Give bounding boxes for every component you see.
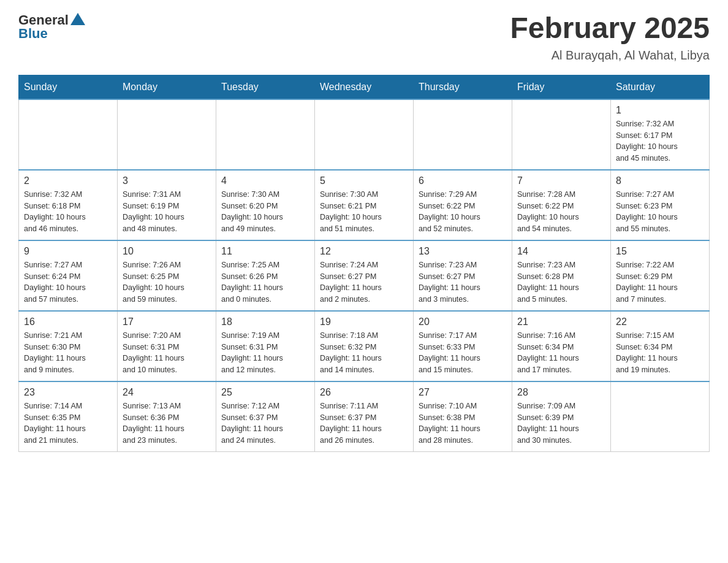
day-number: 20: [419, 316, 507, 327]
week-row-4: 16Sunrise: 7:21 AM Sunset: 6:30 PM Dayli…: [19, 311, 710, 381]
calendar-cell: [118, 99, 216, 170]
day-info: Sunrise: 7:27 AM Sunset: 6:23 PM Dayligh…: [616, 189, 704, 235]
calendar-cell: 20Sunrise: 7:17 AM Sunset: 6:33 PM Dayli…: [414, 311, 512, 381]
calendar-cell: 5Sunrise: 7:30 AM Sunset: 6:21 PM Daylig…: [315, 170, 414, 240]
calendar-title: February 2025: [510, 12, 710, 45]
calendar-cell: 18Sunrise: 7:19 AM Sunset: 6:31 PM Dayli…: [216, 311, 315, 381]
calendar-cell: 3Sunrise: 7:31 AM Sunset: 6:19 PM Daylig…: [118, 170, 216, 240]
day-info: Sunrise: 7:09 AM Sunset: 6:39 PM Dayligh…: [517, 400, 605, 446]
day-info: Sunrise: 7:12 AM Sunset: 6:37 PM Dayligh…: [221, 400, 309, 446]
day-info: Sunrise: 7:31 AM Sunset: 6:19 PM Dayligh…: [123, 189, 211, 235]
day-number: 27: [419, 387, 507, 398]
logo: General Blue: [18, 12, 85, 42]
calendar-cell: [19, 99, 118, 170]
day-info: Sunrise: 7:10 AM Sunset: 6:38 PM Dayligh…: [419, 400, 507, 446]
day-info: Sunrise: 7:26 AM Sunset: 6:25 PM Dayligh…: [123, 259, 211, 305]
day-number: 7: [517, 175, 605, 186]
calendar-cell: 21Sunrise: 7:16 AM Sunset: 6:34 PM Dayli…: [512, 311, 611, 381]
day-info: Sunrise: 7:22 AM Sunset: 6:29 PM Dayligh…: [616, 259, 704, 305]
day-number: 16: [24, 316, 112, 327]
day-info: Sunrise: 7:17 AM Sunset: 6:33 PM Dayligh…: [419, 330, 507, 376]
day-number: 17: [123, 316, 211, 327]
day-number: 4: [221, 175, 309, 186]
day-header-thursday: Thursday: [414, 75, 512, 99]
day-info: Sunrise: 7:20 AM Sunset: 6:31 PM Dayligh…: [123, 330, 211, 376]
day-header-saturday: Saturday: [611, 75, 710, 99]
day-number: 5: [320, 175, 408, 186]
week-row-3: 9Sunrise: 7:27 AM Sunset: 6:24 PM Daylig…: [19, 240, 710, 311]
day-number: 24: [123, 387, 211, 398]
day-number: 22: [616, 316, 704, 327]
day-info: Sunrise: 7:23 AM Sunset: 6:28 PM Dayligh…: [517, 259, 605, 305]
calendar-cell: 10Sunrise: 7:26 AM Sunset: 6:25 PM Dayli…: [118, 240, 216, 311]
title-section: February 2025 Al Burayqah, Al Wahat, Lib…: [510, 12, 710, 63]
day-number: 19: [320, 316, 408, 327]
day-number: 13: [419, 246, 507, 257]
day-info: Sunrise: 7:32 AM Sunset: 6:17 PM Dayligh…: [616, 118, 704, 164]
day-number: 21: [517, 316, 605, 327]
logo-triangle-icon: [70, 13, 85, 25]
calendar-subtitle: Al Burayqah, Al Wahat, Libya: [510, 48, 710, 63]
day-number: 23: [24, 387, 112, 398]
calendar-cell: 1Sunrise: 7:32 AM Sunset: 6:17 PM Daylig…: [611, 99, 710, 170]
calendar-cell: 28Sunrise: 7:09 AM Sunset: 6:39 PM Dayli…: [512, 381, 611, 452]
calendar-cell: 9Sunrise: 7:27 AM Sunset: 6:24 PM Daylig…: [19, 240, 118, 311]
logo-text-blue: Blue: [18, 26, 48, 42]
week-row-5: 23Sunrise: 7:14 AM Sunset: 6:35 PM Dayli…: [19, 381, 710, 452]
day-header-friday: Friday: [512, 75, 611, 99]
day-info: Sunrise: 7:29 AM Sunset: 6:22 PM Dayligh…: [419, 189, 507, 235]
calendar-cell: 24Sunrise: 7:13 AM Sunset: 6:36 PM Dayli…: [118, 381, 216, 452]
calendar-cell: 17Sunrise: 7:20 AM Sunset: 6:31 PM Dayli…: [118, 311, 216, 381]
calendar-cell: [315, 99, 414, 170]
calendar-cell: 8Sunrise: 7:27 AM Sunset: 6:23 PM Daylig…: [611, 170, 710, 240]
day-number: 11: [221, 246, 309, 257]
day-number: 15: [616, 246, 704, 257]
calendar-cell: 19Sunrise: 7:18 AM Sunset: 6:32 PM Dayli…: [315, 311, 414, 381]
day-info: Sunrise: 7:19 AM Sunset: 6:31 PM Dayligh…: [221, 330, 309, 376]
calendar-cell: 11Sunrise: 7:25 AM Sunset: 6:26 PM Dayli…: [216, 240, 315, 311]
day-info: Sunrise: 7:25 AM Sunset: 6:26 PM Dayligh…: [221, 259, 309, 305]
calendar-cell: 27Sunrise: 7:10 AM Sunset: 6:38 PM Dayli…: [414, 381, 512, 452]
day-header-tuesday: Tuesday: [216, 75, 315, 99]
calendar-cell: 7Sunrise: 7:28 AM Sunset: 6:22 PM Daylig…: [512, 170, 611, 240]
day-info: Sunrise: 7:14 AM Sunset: 6:35 PM Dayligh…: [24, 400, 112, 446]
day-header-wednesday: Wednesday: [315, 75, 414, 99]
day-number: 3: [123, 175, 211, 186]
calendar-cell: 12Sunrise: 7:24 AM Sunset: 6:27 PM Dayli…: [315, 240, 414, 311]
day-number: 9: [24, 246, 112, 257]
day-number: 25: [221, 387, 309, 398]
day-number: 1: [616, 105, 704, 116]
day-number: 18: [221, 316, 309, 327]
calendar-table: SundayMondayTuesdayWednesdayThursdayFrid…: [18, 75, 710, 452]
day-number: 12: [320, 246, 408, 257]
calendar-cell: 6Sunrise: 7:29 AM Sunset: 6:22 PM Daylig…: [414, 170, 512, 240]
calendar-cell: 2Sunrise: 7:32 AM Sunset: 6:18 PM Daylig…: [19, 170, 118, 240]
day-info: Sunrise: 7:11 AM Sunset: 6:37 PM Dayligh…: [320, 400, 408, 446]
day-info: Sunrise: 7:21 AM Sunset: 6:30 PM Dayligh…: [24, 330, 112, 376]
day-info: Sunrise: 7:32 AM Sunset: 6:18 PM Dayligh…: [24, 189, 112, 235]
day-info: Sunrise: 7:15 AM Sunset: 6:34 PM Dayligh…: [616, 330, 704, 376]
day-number: 2: [24, 175, 112, 186]
day-number: 26: [320, 387, 408, 398]
calendar-cell: 14Sunrise: 7:23 AM Sunset: 6:28 PM Dayli…: [512, 240, 611, 311]
calendar-cell: 13Sunrise: 7:23 AM Sunset: 6:27 PM Dayli…: [414, 240, 512, 311]
day-info: Sunrise: 7:23 AM Sunset: 6:27 PM Dayligh…: [419, 259, 507, 305]
day-info: Sunrise: 7:13 AM Sunset: 6:36 PM Dayligh…: [123, 400, 211, 446]
day-info: Sunrise: 7:27 AM Sunset: 6:24 PM Dayligh…: [24, 259, 112, 305]
day-info: Sunrise: 7:24 AM Sunset: 6:27 PM Dayligh…: [320, 259, 408, 305]
day-header-monday: Monday: [118, 75, 216, 99]
page-header: General Blue February 2025 Al Burayqah, …: [18, 12, 710, 63]
day-number: 8: [616, 175, 704, 186]
day-number: 28: [517, 387, 605, 398]
calendar-cell: 16Sunrise: 7:21 AM Sunset: 6:30 PM Dayli…: [19, 311, 118, 381]
day-number: 10: [123, 246, 211, 257]
day-info: Sunrise: 7:30 AM Sunset: 6:20 PM Dayligh…: [221, 189, 309, 235]
week-row-1: 1Sunrise: 7:32 AM Sunset: 6:17 PM Daylig…: [19, 99, 710, 170]
calendar-cell: 23Sunrise: 7:14 AM Sunset: 6:35 PM Dayli…: [19, 381, 118, 452]
day-info: Sunrise: 7:18 AM Sunset: 6:32 PM Dayligh…: [320, 330, 408, 376]
calendar-cell: 25Sunrise: 7:12 AM Sunset: 6:37 PM Dayli…: [216, 381, 315, 452]
calendar-cell: [611, 381, 710, 452]
day-number: 6: [419, 175, 507, 186]
calendar-cell: [512, 99, 611, 170]
calendar-cell: 26Sunrise: 7:11 AM Sunset: 6:37 PM Dayli…: [315, 381, 414, 452]
